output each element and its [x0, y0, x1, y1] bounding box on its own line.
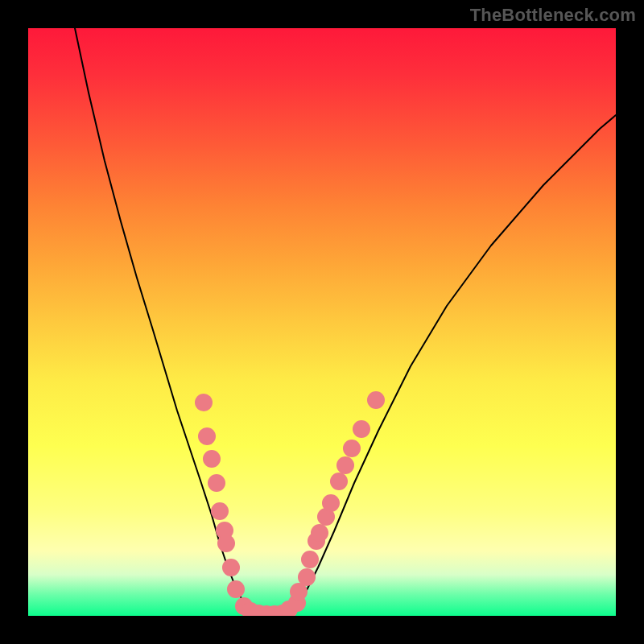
data-point: [330, 473, 348, 490]
data-point: [227, 580, 245, 598]
data-point: [208, 474, 225, 492]
data-point: [298, 568, 316, 586]
data-point: [336, 456, 354, 474]
data-point: [217, 535, 235, 552]
data-point: [198, 427, 216, 445]
chart-container: TheBottleneck.com: [0, 0, 644, 644]
curve-svg: [28, 28, 616, 616]
data-point: [311, 524, 328, 542]
plot-area: [28, 28, 616, 616]
data-point: [195, 394, 213, 411]
data-point: [367, 391, 385, 409]
scatter-points: [195, 391, 385, 616]
data-point: [211, 502, 229, 520]
data-point: [322, 494, 340, 512]
data-point: [343, 440, 361, 457]
curve-lines: [75, 28, 616, 614]
bottleneck-curve: [75, 28, 616, 614]
data-point: [353, 420, 370, 438]
data-point: [203, 450, 221, 468]
data-point: [301, 551, 319, 568]
watermark-text: TheBottleneck.com: [470, 5, 636, 26]
data-point: [222, 559, 240, 576]
